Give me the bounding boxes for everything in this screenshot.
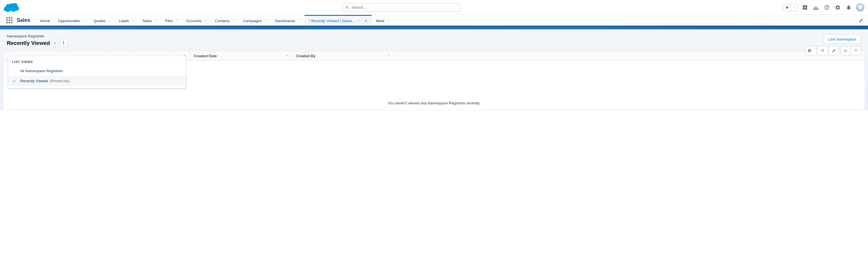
search-icon bbox=[345, 5, 349, 9]
dropdown-header: LIST VIEWS bbox=[8, 58, 186, 66]
link-namespace-button[interactable]: Link Namespace bbox=[824, 34, 861, 44]
nav-accounts[interactable]: Accounts bbox=[182, 15, 211, 26]
global-search[interactable] bbox=[342, 3, 460, 12]
chevron-down-icon[interactable] bbox=[285, 54, 289, 58]
chevron-down-icon[interactable] bbox=[154, 19, 157, 22]
chevron-down-icon[interactable] bbox=[83, 19, 86, 22]
chevron-down-icon[interactable] bbox=[387, 19, 390, 22]
help-icon[interactable] bbox=[823, 4, 831, 11]
nav-label: * Recently Viewed | Name... bbox=[309, 19, 355, 23]
chevron-down-icon[interactable] bbox=[204, 19, 207, 22]
dropdown-item-suffix: (Pinned list) bbox=[50, 79, 70, 83]
app-launcher-icon[interactable] bbox=[6, 17, 13, 24]
nav-bar: Sales Home Opportunities Quotes Leads Ta… bbox=[0, 15, 868, 27]
edit-list-button[interactable] bbox=[829, 46, 839, 55]
nav-label: Dashboards bbox=[275, 19, 295, 23]
search-input[interactable] bbox=[351, 5, 457, 9]
object-label: Namespace Registries bbox=[7, 34, 861, 38]
chevron-down-icon[interactable] bbox=[108, 19, 111, 22]
nav-active-tab[interactable]: * Recently Viewed | Name... bbox=[305, 15, 372, 26]
pin-icon bbox=[62, 41, 66, 45]
nav-files[interactable]: Files bbox=[161, 15, 182, 26]
page-header: Namespace Registries Recently Viewed Lin… bbox=[3, 29, 865, 51]
nav-campaigns[interactable]: Campaigns bbox=[239, 15, 271, 26]
page-actions-top: Link Namespace bbox=[824, 34, 861, 44]
nav-label: Tasks bbox=[142, 19, 152, 23]
trailhead-icon[interactable] bbox=[812, 4, 820, 11]
nav-label: More bbox=[376, 19, 384, 23]
chevron-down-icon bbox=[812, 50, 815, 52]
dropdown-item-label: All Namespace Registries bbox=[20, 69, 63, 73]
nav-label: Quotes bbox=[94, 19, 105, 23]
header-actions bbox=[783, 3, 865, 12]
chart-button bbox=[840, 46, 851, 55]
chevron-down-icon[interactable] bbox=[357, 19, 360, 22]
view-row: Recently Viewed bbox=[7, 39, 861, 47]
list-settings-button[interactable] bbox=[806, 46, 816, 55]
list-views-dropdown: LIST VIEWS All Namespace Registries Rece… bbox=[8, 56, 186, 89]
nav-quotes[interactable]: Quotes bbox=[90, 15, 115, 26]
dropdown-item-all[interactable]: All Namespace Registries bbox=[8, 66, 186, 76]
star-icon[interactable] bbox=[783, 4, 791, 11]
nav-more[interactable]: More bbox=[372, 15, 394, 26]
refresh-button[interactable] bbox=[817, 46, 828, 55]
favorites-split[interactable] bbox=[783, 4, 798, 11]
close-tab-icon[interactable] bbox=[364, 19, 368, 23]
column-label: Created Date bbox=[194, 54, 217, 58]
chart-filter-group bbox=[840, 46, 861, 55]
nav-home[interactable]: Home bbox=[36, 15, 54, 26]
nav-dashboards[interactable]: Dashboards bbox=[271, 15, 305, 26]
nav-label: Files bbox=[165, 19, 173, 23]
notification-bell-icon[interactable] bbox=[845, 4, 852, 11]
setup-gear-icon[interactable] bbox=[834, 4, 841, 11]
chevron-down-icon[interactable] bbox=[298, 19, 301, 22]
salesforce-logo[interactable] bbox=[3, 2, 19, 13]
chevron-down-icon[interactable] bbox=[232, 19, 235, 22]
global-header bbox=[0, 0, 868, 15]
user-avatar[interactable] bbox=[856, 3, 865, 12]
filter-button[interactable] bbox=[851, 46, 861, 55]
nav-label: Opportunities bbox=[58, 19, 80, 23]
add-icon[interactable] bbox=[801, 4, 809, 11]
list-controls bbox=[806, 46, 861, 55]
edit-nav-icon[interactable] bbox=[859, 18, 863, 23]
chevron-down-icon[interactable] bbox=[791, 4, 798, 11]
page-wrap: Namespace Registries Recently Viewed Lin… bbox=[0, 29, 868, 110]
chevron-down-icon[interactable] bbox=[264, 19, 267, 22]
dropdown-item-label: Recently Viewed bbox=[20, 79, 48, 83]
nav-opportunities[interactable]: Opportunities bbox=[54, 15, 90, 26]
pin-button[interactable] bbox=[60, 39, 67, 47]
nav-label: Accounts bbox=[186, 19, 202, 23]
nav-label: Campaigns bbox=[243, 19, 262, 23]
column-created-by[interactable]: Created By bbox=[292, 51, 395, 60]
view-title[interactable]: Recently Viewed bbox=[7, 40, 50, 46]
check-icon bbox=[12, 79, 16, 83]
nav-label: Home bbox=[40, 19, 50, 23]
column-created-date[interactable]: Created Date bbox=[190, 51, 292, 60]
nav-leads[interactable]: Leads bbox=[115, 15, 138, 26]
chevron-down-icon[interactable] bbox=[388, 54, 391, 58]
column-actions bbox=[395, 51, 406, 60]
nav-label: Leads bbox=[119, 19, 129, 23]
nav-contacts[interactable]: Contacts bbox=[211, 15, 239, 26]
chevron-down-icon[interactable] bbox=[131, 19, 134, 22]
chevron-down-icon[interactable] bbox=[175, 19, 178, 22]
column-label: Created By bbox=[296, 54, 316, 58]
chevron-down-icon[interactable] bbox=[53, 41, 57, 45]
nav-tasks[interactable]: Tasks bbox=[138, 15, 161, 26]
app-name: Sales bbox=[17, 17, 30, 23]
search-wrap bbox=[19, 3, 783, 12]
nav-label: Contacts bbox=[215, 19, 230, 23]
dropdown-item-recent[interactable]: Recently Viewed (Pinned list) bbox=[8, 76, 186, 86]
header-band bbox=[0, 27, 868, 29]
nav-items: Home Opportunities Quotes Leads Tasks Fi… bbox=[36, 15, 394, 26]
